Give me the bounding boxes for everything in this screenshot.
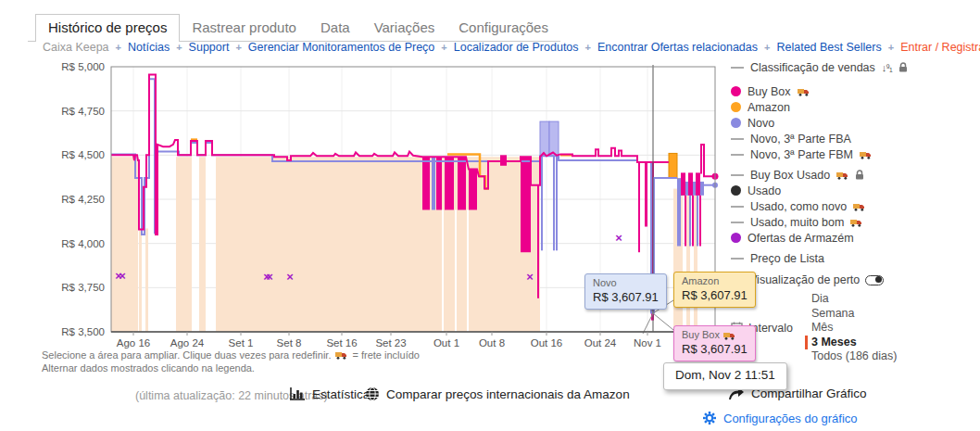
globe-icon (365, 387, 380, 401)
series-color-dot (731, 86, 741, 96)
x-axis-label: Out 8 (479, 337, 505, 349)
legend-item-label: Novo, 3ª Parte FBM (750, 148, 853, 161)
warehouse-deal-marker: × (266, 270, 273, 284)
legend-item-novo[interactable]: Novo (731, 115, 977, 131)
legend-item-usado-muito-bom[interactable]: Usado, muito bom (731, 214, 977, 230)
warehouse-deal-marker: × (526, 270, 534, 284)
compare-international-button[interactable]: Comparar preços internacionais da Amazon (365, 387, 630, 401)
truck-icon (798, 87, 810, 96)
closeup-view-label: Visualização de perto (749, 273, 860, 286)
interval-option-dia[interactable]: Dia (805, 292, 897, 307)
legend-item-label: Classificação de vendas (750, 61, 875, 74)
legend-item-label: Usado, como novo (750, 200, 847, 213)
gear-icon (702, 411, 717, 425)
statistics-label: Estatística (312, 387, 370, 401)
freight-hint-text: = frete incluído (352, 349, 419, 361)
legend-hint-text: Alternar dados mostrados clicando na leg… (42, 362, 255, 374)
tooltip-buybox-value: R$ 3,607.91 (682, 342, 748, 357)
legend-item-label: Buy Box Usado (750, 169, 830, 182)
legend-item-amazon[interactable]: Amazon (731, 99, 977, 115)
x-axis-label: Out 1 (433, 337, 459, 349)
legend-item-label: Ofertas de Armazém (748, 232, 854, 245)
interval-option-todos-186-dias-[interactable]: Todos (186 dias) (805, 349, 897, 364)
interval-option-semana[interactable]: Semana (805, 307, 897, 322)
tooltip-date: Dom, Nov 2 11:51 (663, 362, 787, 390)
x-axis-label: Ago 16 (117, 337, 150, 349)
x-axis-label: Out 16 (531, 337, 563, 349)
series-color-dot (731, 118, 741, 128)
series-dash (731, 206, 744, 208)
closeup-toggle[interactable] (865, 275, 884, 285)
legend-item-label: Buy Box (748, 85, 791, 98)
compare-international-label: Comparar preços internacionais da Amazon (386, 387, 630, 401)
series-dash (731, 222, 744, 223)
legend-item-buy-box-usado[interactable]: Buy Box Usado (731, 167, 977, 183)
legend-item-label: Usado, muito bom (750, 216, 844, 229)
truck-icon (853, 202, 865, 211)
x-axis-label: Set 23 (375, 337, 406, 349)
closeup-view-toggle-row[interactable]: Visualização de perto (731, 273, 977, 286)
interval-options: DiaSemanaMês3 MesesTodos (186 dias) (805, 292, 897, 364)
series-dash (731, 67, 744, 69)
lock-icon (855, 170, 864, 180)
y-axis-label: R$ 4,250 (61, 194, 105, 205)
warehouse-deal-marker: × (615, 231, 622, 245)
truck-icon (723, 331, 735, 340)
keepa-price-history-app: Histórico de preçosRastrear produtoDataV… (0, 0, 980, 431)
legend-item-classifica-o-de-vendas[interactable]: Classificação de vendas↓⁹₁ (731, 59, 977, 75)
y-axis-label: R$ 3,500 (61, 326, 105, 337)
series-dash (731, 154, 744, 156)
tooltip-amazon-title: Amazon (682, 275, 748, 288)
x-axis-label: Nov 1 (634, 337, 661, 349)
series-dash (731, 174, 744, 176)
legend-item-label: Novo, 3ª Parte FBA (750, 133, 851, 146)
x-axis-label: Set 1 (229, 337, 254, 349)
tooltip-novo-value: R$ 3,607.91 (593, 290, 659, 305)
legend-item-novo-3-parte-fba[interactable]: Novo, 3ª Parte FBA (731, 131, 977, 146)
sort-desc-icon: ↓⁹₁ (882, 62, 892, 73)
tooltip-buybox: Buy Box R$ 3,607.91 (673, 325, 756, 361)
zoom-hint-text: Selecione a área para ampliar. Clique du… (42, 349, 331, 361)
x-axis-label: Set 16 (326, 337, 357, 349)
interval-option-m-s[interactable]: Mês (805, 321, 897, 336)
truck-icon (860, 150, 872, 159)
lock-icon (898, 62, 908, 72)
y-axis-label: R$ 3,750 (61, 282, 105, 293)
statistics-icon (289, 387, 306, 401)
truck-icon (335, 350, 347, 360)
legend-item-novo-3-parte-fbm[interactable]: Novo, 3ª Parte FBM (731, 146, 977, 162)
y-axis-label: R$ 5,000 (61, 61, 105, 72)
legend-item-buy-box[interactable]: Buy Box (731, 83, 977, 99)
warehouse-deal-marker: × (286, 270, 294, 284)
x-axis-label: Set 8 (277, 337, 302, 349)
chart-settings-label: Configurações do gráfico (723, 412, 858, 425)
tooltip-novo-title: Novo (593, 277, 659, 290)
series-dash (731, 258, 744, 260)
legend-item-usado-como-novo[interactable]: Usado, como novo (731, 198, 977, 214)
interval-option-3-meses[interactable]: 3 Meses (805, 336, 897, 350)
y-axis-label: R$ 4,500 (61, 149, 105, 160)
truck-icon (836, 171, 848, 180)
series-color-dot (731, 233, 741, 243)
legend-item-usado[interactable]: Usado (731, 183, 977, 198)
legend-item-label: Amazon (748, 101, 790, 114)
tooltip-amazon: Amazon R$ 3,607.91 (673, 272, 756, 308)
truck-icon (850, 218, 862, 227)
x-axis-label: Out 24 (584, 337, 617, 349)
warehouse-deal-marker: × (119, 269, 126, 283)
y-axis-label: R$ 4,750 (61, 106, 105, 117)
statistics-button[interactable]: Estatística (289, 387, 370, 401)
series-dash (731, 138, 744, 140)
legend-item-label: Usado (748, 184, 781, 197)
y-axis-label: R$ 4,000 (61, 238, 105, 249)
tooltip-novo: Novo R$ 3,607.91 (584, 273, 667, 310)
legend-item-label: Preço de Lista (750, 252, 824, 265)
legend-item-label: Novo (748, 117, 774, 130)
chart-settings-button[interactable]: Configurações do gráfico (702, 411, 858, 425)
tooltip-buybox-title: Buy Box (682, 329, 720, 342)
legend-item-ofertas-de-armaz-m[interactable]: Ofertas de Armazém (731, 230, 977, 246)
chart-legend: Classificação de vendas↓⁹₁Buy BoxAmazonN… (731, 59, 977, 364)
series-color-dot (731, 102, 741, 112)
legend-item-pre-o-de-lista[interactable]: Preço de Lista (731, 250, 977, 266)
series-color-dot (731, 185, 741, 196)
